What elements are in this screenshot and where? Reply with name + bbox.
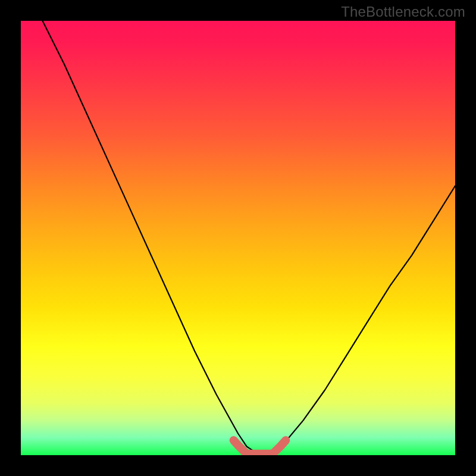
chart-plot-area — [21, 21, 455, 455]
optimal-floor-highlight — [234, 440, 286, 454]
watermark-text: TheBottleneck.com — [341, 4, 465, 20]
bottleneck-curve — [21, 21, 455, 455]
chart-svg — [21, 21, 455, 455]
